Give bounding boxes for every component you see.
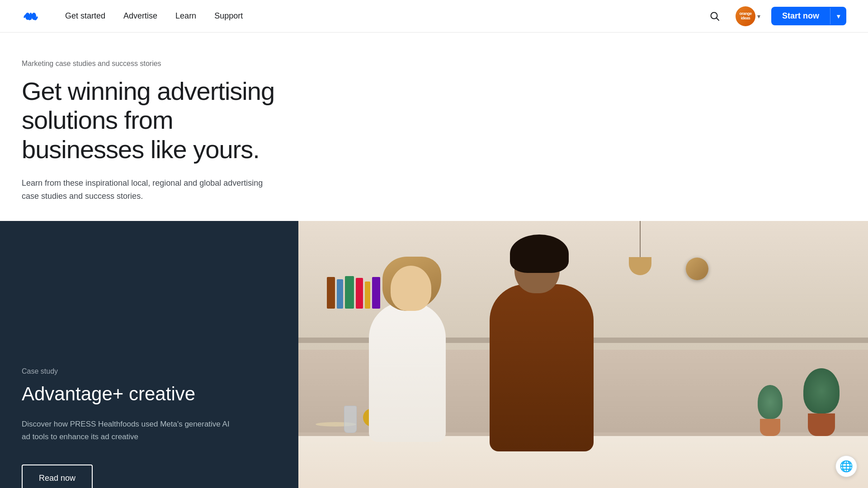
start-now-button[interactable]: Start now ▾: [771, 7, 846, 25]
nav-get-started[interactable]: Get started: [58, 8, 113, 24]
nav-support[interactable]: Support: [207, 8, 250, 24]
person-woman: [355, 252, 468, 442]
case-study-title: Advantage+ creative: [22, 383, 277, 405]
hero-breadcrumb: Marketing case studies and success stori…: [22, 60, 277, 68]
hero-title: Get winning advertising solutions from b…: [22, 77, 277, 164]
plant-small: [758, 385, 783, 436]
svg-line-5: [716, 18, 719, 20]
start-now-label: Start now: [771, 7, 830, 25]
case-study-label: Case study: [22, 367, 277, 375]
main-content: Case study Advantage+ creative Discover …: [0, 221, 868, 488]
nav-links: Get started Advertise Learn Support: [58, 8, 250, 24]
user-account-menu[interactable]: orangeideas ▾: [732, 5, 764, 28]
kitchen-scene: [298, 221, 868, 488]
navbar: Get started Advertise Learn Support oran…: [0, 0, 868, 33]
avatar: orangeideas: [736, 6, 755, 26]
pendant-lamp: [629, 221, 651, 275]
nav-learn[interactable]: Learn: [168, 8, 203, 24]
case-study-description: Discover how PRESS Healthfoods used Meta…: [22, 418, 239, 442]
glass: [344, 406, 357, 433]
hero-section: Marketing case studies and success stori…: [0, 33, 298, 221]
search-icon: [710, 11, 720, 21]
plant-decoration: [803, 368, 840, 436]
meta-logo[interactable]: [22, 7, 40, 25]
start-now-chevron-icon: ▾: [830, 8, 846, 24]
globe-icon: 🌐: [840, 460, 853, 473]
chevron-down-icon: ▾: [757, 13, 760, 20]
search-button[interactable]: [705, 6, 725, 26]
navbar-left: Get started Advertise Learn Support: [22, 7, 250, 25]
case-study-panel: Case study Advantage+ creative Discover …: [0, 221, 298, 488]
hero-subtitle: Learn from these inspirational local, re…: [22, 177, 277, 203]
read-now-button[interactable]: Read now: [22, 465, 93, 488]
nav-advertise[interactable]: Advertise: [116, 8, 165, 24]
language-button[interactable]: 🌐: [835, 455, 857, 477]
meta-logo-icon: [22, 7, 40, 25]
hero-image-panel: [298, 221, 868, 488]
person-man: [481, 235, 616, 451]
navbar-right: orangeideas ▾ Start now ▾: [705, 5, 846, 28]
